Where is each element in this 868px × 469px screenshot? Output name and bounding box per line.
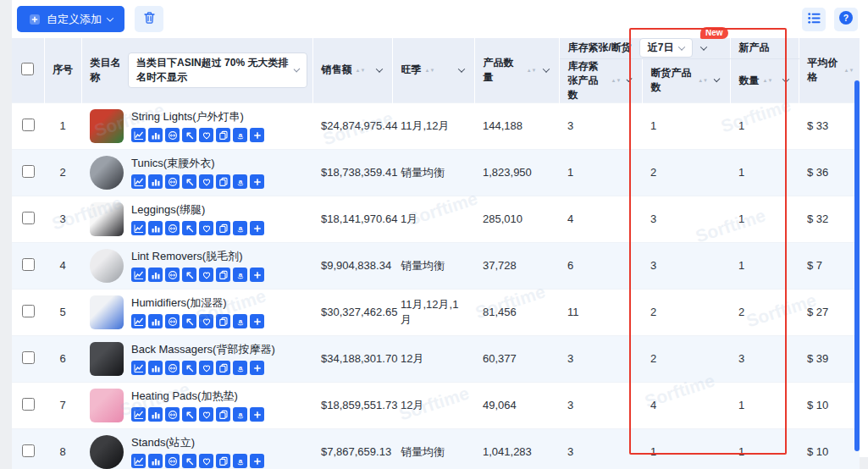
category-display-filter[interactable]: 当类目下ASIN超过 70% 无大类排名时不显示 bbox=[128, 52, 307, 88]
heart-icon-button[interactable] bbox=[199, 314, 213, 328]
heart-icon-button[interactable] bbox=[199, 407, 213, 422]
copy-icon-button[interactable] bbox=[216, 454, 230, 468]
amazon-icon-button[interactable]: a bbox=[233, 454, 247, 468]
arrow-up-left-icon-button[interactable] bbox=[182, 268, 196, 282]
heart-icon-button[interactable] bbox=[199, 268, 213, 282]
filter-chevron-icon[interactable] bbox=[542, 65, 549, 72]
row-checkbox[interactable] bbox=[22, 258, 35, 271]
plus-icon-button[interactable] bbox=[250, 454, 264, 468]
sync-icon-button[interactable] bbox=[165, 174, 180, 189]
sort-icon[interactable]: ▲▼ bbox=[844, 69, 854, 72]
plus-icon-button[interactable] bbox=[250, 268, 264, 282]
product-image[interactable] bbox=[90, 202, 124, 236]
sort-icon[interactable]: ▲▼ bbox=[611, 79, 621, 82]
product-image[interactable] bbox=[90, 435, 124, 469]
line-chart-icon-button[interactable] bbox=[131, 268, 146, 282]
arrow-up-left-icon-button[interactable] bbox=[182, 454, 196, 468]
sync-icon-button[interactable] bbox=[165, 128, 180, 142]
bar-chart-icon-button[interactable] bbox=[148, 407, 163, 422]
sort-icon[interactable]: ▲▼ bbox=[356, 69, 366, 72]
copy-icon-button[interactable] bbox=[216, 128, 230, 142]
bar-chart-icon-button[interactable] bbox=[148, 454, 163, 468]
arrow-up-left-icon-button[interactable] bbox=[182, 361, 196, 375]
plus-icon-button[interactable] bbox=[250, 174, 264, 189]
row-checkbox[interactable] bbox=[22, 119, 35, 131]
sort-icon[interactable]: ▲▼ bbox=[425, 69, 435, 72]
amazon-icon-button[interactable]: a bbox=[233, 128, 247, 142]
product-image[interactable] bbox=[90, 389, 124, 422]
heart-icon-button[interactable] bbox=[199, 221, 213, 235]
line-chart-icon-button[interactable] bbox=[131, 454, 146, 468]
bar-chart-icon-button[interactable] bbox=[148, 361, 163, 375]
bar-chart-icon-button[interactable] bbox=[148, 128, 163, 142]
product-image[interactable] bbox=[90, 342, 124, 376]
filter-chevron-icon[interactable] bbox=[457, 65, 464, 72]
vertical-scrollbar[interactable] bbox=[854, 80, 860, 451]
bar-chart-icon-button[interactable] bbox=[148, 174, 163, 189]
plus-icon-button[interactable] bbox=[250, 221, 264, 235]
sort-icon[interactable]: ▲▼ bbox=[698, 79, 708, 82]
arrow-up-left-icon-button[interactable] bbox=[182, 407, 196, 422]
filter-chevron-icon[interactable] bbox=[782, 75, 788, 82]
row-checkbox[interactable] bbox=[22, 165, 35, 178]
select-all-checkbox[interactable] bbox=[21, 63, 34, 75]
sync-icon-button[interactable] bbox=[165, 454, 180, 468]
heart-icon-button[interactable] bbox=[199, 361, 213, 375]
copy-icon-button[interactable] bbox=[216, 361, 230, 375]
plus-icon-button[interactable] bbox=[250, 407, 264, 422]
line-chart-icon-button[interactable] bbox=[131, 221, 146, 235]
plus-icon-button[interactable] bbox=[250, 314, 264, 328]
sync-icon-button[interactable] bbox=[165, 407, 180, 422]
copy-icon-button[interactable] bbox=[216, 174, 230, 189]
line-chart-icon-button[interactable] bbox=[131, 128, 146, 142]
arrow-up-left-icon-button[interactable] bbox=[182, 174, 196, 189]
row-checkbox[interactable] bbox=[22, 351, 35, 364]
product-image[interactable] bbox=[90, 109, 124, 143]
product-image[interactable] bbox=[90, 249, 124, 283]
heart-icon-button[interactable] bbox=[199, 128, 213, 142]
copy-icon-button[interactable] bbox=[216, 314, 230, 328]
copy-icon-button[interactable] bbox=[216, 407, 230, 422]
line-chart-icon-button[interactable] bbox=[131, 407, 146, 422]
line-chart-icon-button[interactable] bbox=[131, 174, 146, 189]
copy-icon-button[interactable] bbox=[216, 221, 230, 235]
delete-button[interactable] bbox=[135, 6, 163, 32]
arrow-up-left-icon-button[interactable] bbox=[182, 128, 196, 142]
filter-chevron-icon[interactable] bbox=[627, 76, 633, 82]
line-chart-icon-button[interactable] bbox=[131, 361, 146, 375]
date-range-selector[interactable]: 近7日 bbox=[639, 38, 693, 58]
plus-icon-button[interactable] bbox=[250, 128, 264, 142]
product-image[interactable] bbox=[90, 295, 124, 329]
amazon-icon-button[interactable]: a bbox=[233, 174, 247, 189]
amazon-icon-button[interactable]: a bbox=[233, 221, 247, 235]
row-checkbox[interactable] bbox=[22, 398, 35, 411]
plus-icon-button[interactable] bbox=[250, 361, 264, 375]
amazon-icon-button[interactable]: a bbox=[233, 314, 247, 328]
row-checkbox[interactable] bbox=[22, 444, 35, 457]
arrow-up-left-icon-button[interactable] bbox=[182, 221, 196, 235]
help-button[interactable]: ? bbox=[834, 8, 858, 31]
copy-icon-button[interactable] bbox=[216, 268, 230, 282]
sync-icon-button[interactable] bbox=[165, 221, 180, 235]
bar-chart-icon-button[interactable] bbox=[148, 268, 163, 282]
sync-icon-button[interactable] bbox=[165, 314, 180, 328]
row-checkbox[interactable] bbox=[22, 212, 35, 224]
filter-chevron-icon[interactable] bbox=[699, 43, 706, 50]
sort-icon[interactable]: ▲▼ bbox=[763, 79, 773, 82]
filter-chevron-icon[interactable] bbox=[714, 76, 721, 83]
heart-icon-button[interactable] bbox=[199, 174, 213, 189]
bar-chart-icon-button[interactable] bbox=[148, 314, 163, 328]
line-chart-icon-button[interactable] bbox=[131, 314, 146, 328]
product-image[interactable] bbox=[90, 156, 124, 190]
column-settings-button[interactable] bbox=[802, 8, 826, 31]
amazon-icon-button[interactable]: a bbox=[233, 268, 247, 282]
arrow-up-left-icon-button[interactable] bbox=[182, 314, 196, 328]
filter-chevron-icon[interactable] bbox=[375, 65, 382, 72]
amazon-icon-button[interactable]: a bbox=[233, 407, 247, 422]
sort-icon[interactable]: ▲▼ bbox=[527, 69, 537, 72]
bar-chart-icon-button[interactable] bbox=[148, 221, 163, 235]
sync-icon-button[interactable] bbox=[165, 268, 180, 282]
sync-icon-button[interactable] bbox=[165, 361, 180, 375]
custom-add-button[interactable]: 自定义添加 bbox=[17, 6, 124, 32]
amazon-icon-button[interactable]: a bbox=[233, 361, 247, 375]
